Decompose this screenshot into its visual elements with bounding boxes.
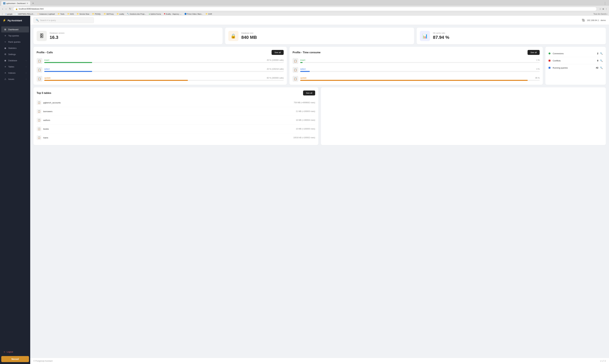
profile-calls-card: Profile - Calls See all 📋 insert 20 % (1… <box>33 47 287 85</box>
profile-time-see-all-button[interactable]: See all <box>528 50 540 55</box>
url-bar[interactable]: 🔒 localhost:8080/database.html <box>13 7 597 11</box>
profile-time-select-progress <box>300 71 540 72</box>
metrics-panel: Connexions 2 🔍 Conflicts 0 🔍 Running que… <box>545 47 606 85</box>
search-icon: 🔍 <box>36 19 39 22</box>
browser-chrome: ⚡ pgAssistant - Dashboard ✕ + ⋮ ‹ › ↻ 🔒 … <box>0 0 609 16</box>
tables-icon: ≡ <box>4 65 7 68</box>
bookmark-pgsql[interactable]: 📁PGSQL <box>91 13 102 15</box>
bookmark-haproxy[interactable]: 📁HA Proxy <box>103 13 115 15</box>
search-input[interactable] <box>40 19 91 22</box>
active-tab[interactable]: ⚡ pgAssistant - Dashboard ✕ <box>1 1 30 6</box>
profile-time-insert-stat: 1 % <box>536 59 540 61</box>
profile-time-update-body: update 95 % <box>300 77 540 81</box>
stat-card-hit-cache: 📊 Hit cache ratio 87.94 % <box>417 28 606 44</box>
sidebar-logo: ⚡ Pg Assistant <box>0 16 30 25</box>
chevron-right-icon: › <box>26 66 26 68</box>
bookmark-lightsail[interactable]: ⬡ Instances | Lightsail <box>37 13 55 15</box>
tab-close-button[interactable]: ✕ <box>26 2 28 5</box>
metric-connexions: Connexions 2 🔍 <box>549 50 603 57</box>
bookmark-primevideo[interactable]: 🔵Prime Video: Marv... <box>184 13 204 15</box>
profile-calls-see-all-button[interactable]: See all <box>272 50 284 55</box>
profile-time-update-header: update 95 % <box>300 77 540 79</box>
profile-time-title: Profile - Time consume <box>293 51 321 54</box>
window-controls: ⋮ <box>602 1 608 6</box>
footer-copyright: © Postgresql Assistant <box>33 360 52 362</box>
sidebar-item-settings[interactable]: ⚙ Settings <box>1 51 29 57</box>
profile-calls-update-name: update <box>44 77 51 79</box>
connexions-dot <box>549 52 550 54</box>
sidebar-footer: ⎋ Logout Nexsol <box>0 347 30 364</box>
sidebar-item-issues[interactable]: ⚠ Issues › <box>1 76 29 82</box>
back-button[interactable]: ‹ <box>1 7 4 11</box>
profile-calls-select-name: select <box>44 68 50 70</box>
empty-right-card <box>321 87 606 145</box>
lock-icon: 🔒 <box>15 8 18 10</box>
nexsol-button[interactable]: Nexsol <box>1 356 29 362</box>
progress-fill <box>300 71 310 72</box>
db-size-icon: 🔒 <box>228 31 238 41</box>
sidebar-item-statistics[interactable]: ◉ Statistics <box>1 45 29 51</box>
tab-favicon: ⚡ <box>3 2 5 4</box>
conflicts-search-icon[interactable]: 🔍 <box>600 59 603 62</box>
bookmarks-more-icon[interactable]: Tous les favoris › <box>593 13 608 15</box>
bookmarks-menu-icon[interactable]: ⋮ <box>1 13 3 15</box>
stat-card-db-version: 🗄 Database version 16.3 <box>33 28 222 44</box>
profile-time-update-progress <box>300 80 540 81</box>
reload-button[interactable]: ↻ <box>8 7 12 11</box>
table-row-pgbench: 📋 pgbench_accounts 759 MB (≈4999692 rows… <box>37 98 315 107</box>
bookmark-tools[interactable]: 📁Tools <box>57 13 65 15</box>
profile-time-item-update: 📋 update 95 % <box>293 76 540 82</box>
progress-fill <box>300 80 528 81</box>
bookmark-gestions[interactable]: 🔧Gestions des Proje... <box>126 13 147 15</box>
connexions-search-icon[interactable]: 🔍 <box>600 52 603 55</box>
chevron-right-icon: › <box>26 60 26 61</box>
table-row-icon: 📋 <box>293 67 298 73</box>
table-size-loans: 10016 kB (≈100002 rows) <box>293 136 315 139</box>
sidebar-item-tables[interactable]: ≡ Tables › <box>1 64 29 70</box>
top-bar-right: 🐘 192.168.64.1 : demo <box>582 18 606 22</box>
db-version-value: 16.3 <box>50 35 65 40</box>
sidebar-item-label: Issues <box>8 78 24 80</box>
forward-button[interactable]: › <box>5 7 7 11</box>
table-row-loans: 📋 loans 10016 kB (≈100002 rows) <box>37 133 315 142</box>
table-icon: 📋 <box>37 118 41 122</box>
bookmark-ehr[interactable]: 📁EHR <box>205 13 213 15</box>
server-icon: 🐘 <box>582 18 586 22</box>
sidebar-item-rank-queries[interactable]: ≈ Rank queries <box>1 39 29 45</box>
table-icon: 📋 <box>37 109 41 114</box>
zoom-icon[interactable]: ⊕ <box>602 8 604 10</box>
running-queries-search-icon[interactable]: 🔍 <box>600 66 603 69</box>
profile-calls-item-select: 📋 select 20 % (100218 calls) <box>37 67 284 73</box>
sidebar-item-label: Indexes <box>8 72 24 74</box>
bookmark-scality-haproxy[interactable]: ✖Scality - Haproxy -... <box>163 13 182 15</box>
bookmark-google[interactable]: G google <box>5 13 13 15</box>
top-tables-see-all-button[interactable]: See all <box>303 91 315 95</box>
progress-fill <box>44 62 92 63</box>
bookmark-scality[interactable]: 📁scality <box>116 13 125 15</box>
profile-calls-update-header: update 60 % (300000 calls) <box>44 77 284 79</box>
settings-icon: ⚙ <box>4 53 7 55</box>
statistics-icon: ◉ <box>4 47 7 49</box>
bookmark-star-icon[interactable]: ☆ <box>599 8 601 10</box>
bookmark-hartwig[interactable]: 📄 HARTWIG-PEILLO... <box>15 13 35 15</box>
search-bar[interactable]: 🔍 <box>33 17 94 23</box>
logout-button[interactable]: ⎋ Logout <box>1 349 29 355</box>
table-name-books: books <box>43 128 294 130</box>
bookmark-hug[interactable]: 📁HUG <box>66 13 75 15</box>
bookmark-servicenow[interactable]: 📁Service Now <box>76 13 90 15</box>
sidebar-item-dashboard[interactable]: ⊞ Dashboard <box>1 26 29 32</box>
table-row-icon: 📋 <box>37 76 42 82</box>
sidebar-item-top-queries[interactable]: ≡ Top queries <box>1 33 29 39</box>
new-tab-button[interactable]: + <box>31 1 35 6</box>
logout-label: Logout <box>7 351 13 353</box>
stat-card-db-size-info: Database size 840 MB <box>241 32 257 40</box>
bookmark-uptimekuma[interactable]: ●Uptime Kuma <box>148 13 162 15</box>
table-icon: 📋 <box>37 135 41 140</box>
sidebar-item-database[interactable]: ◉ Database › <box>1 57 29 64</box>
table-name-pgbench: pgbench_accounts <box>43 102 292 104</box>
profile-calls-update-stat: 60 % (300000 calls) <box>267 77 284 79</box>
db-size-label: Database size <box>241 32 257 34</box>
sidebar-item-indexes[interactable]: ≡ Indexes › <box>1 70 29 76</box>
more-icon[interactable]: ⋮ <box>605 8 608 10</box>
profile-calls-header: Profile - Calls See all <box>37 50 284 55</box>
